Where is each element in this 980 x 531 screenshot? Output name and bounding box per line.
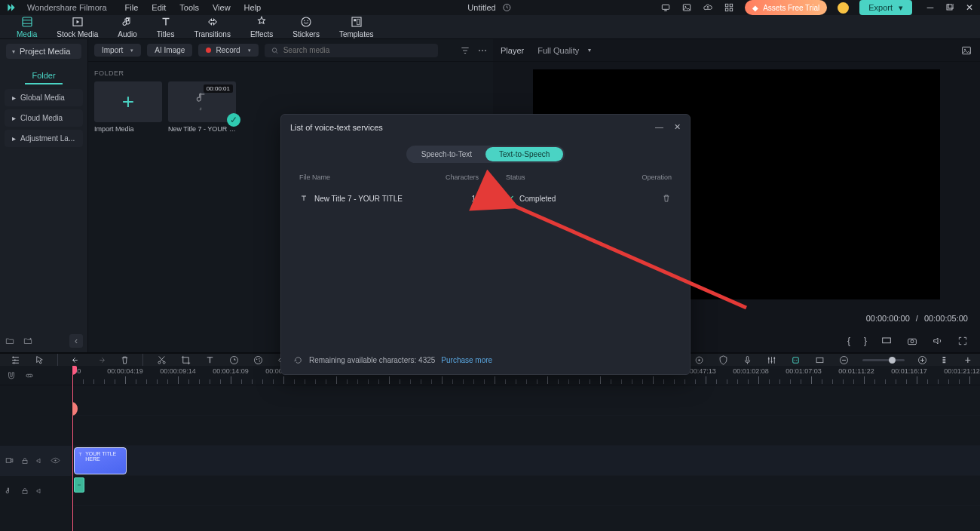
search-media[interactable] xyxy=(265,44,438,57)
zoom-in-icon[interactable] xyxy=(917,354,929,366)
eye-icon[interactable] xyxy=(51,456,60,465)
lock-icon[interactable] xyxy=(20,486,29,496)
zoom-out-icon[interactable] xyxy=(838,354,850,366)
zoom-slider[interactable] xyxy=(862,359,905,361)
magnet-icon[interactable] xyxy=(6,370,17,381)
svg-rect-44 xyxy=(816,358,823,362)
export-button[interactable]: Export ▾ xyxy=(859,0,912,15)
quality-dropdown[interactable]: Full Quality▾ xyxy=(537,46,591,55)
tab-stickers[interactable]: Stickers xyxy=(292,15,320,38)
menu-edit[interactable]: Edit xyxy=(152,3,166,12)
device-icon[interactable] xyxy=(660,2,671,13)
shield-icon[interactable] xyxy=(718,354,730,366)
audio-clip[interactable] xyxy=(74,477,84,493)
window-maximize-icon[interactable] xyxy=(945,3,954,12)
tool-layout-icon[interactable] xyxy=(9,354,21,366)
ai-image-button[interactable]: AI Image xyxy=(147,44,192,57)
mark-in-icon[interactable]: { xyxy=(847,336,850,346)
tab-stock-media[interactable]: Stock Media xyxy=(57,15,98,38)
mic-icon[interactable] xyxy=(742,354,754,366)
window-close-icon[interactable]: ✕ xyxy=(965,3,974,12)
audio-track-head[interactable] xyxy=(0,476,72,506)
search-input[interactable] xyxy=(283,46,432,54)
thumbnail-view-icon[interactable] xyxy=(814,354,826,366)
svg-point-29 xyxy=(254,356,262,364)
ai-tool-icon[interactable] xyxy=(790,354,802,366)
tab-speech-to-text[interactable]: Speech-to-Text xyxy=(408,147,485,161)
mute-icon[interactable] xyxy=(35,486,44,496)
delete-row-button[interactable] xyxy=(661,193,672,204)
svg-point-27 xyxy=(163,361,165,364)
cut-icon[interactable] xyxy=(155,354,167,366)
tab-titles[interactable]: Titles xyxy=(157,15,175,38)
tab-audio[interactable]: Audio xyxy=(118,15,137,38)
tab-effects[interactable]: Effects xyxy=(250,15,273,38)
window-minimize-icon[interactable]: ─ xyxy=(926,3,935,12)
fullscreen-icon[interactable] xyxy=(957,336,968,346)
waveform-icon xyxy=(76,482,82,488)
menu-help[interactable]: Help xyxy=(244,3,262,12)
picture-icon[interactable] xyxy=(681,2,692,13)
undo-icon[interactable] xyxy=(70,354,82,366)
crop-icon[interactable] xyxy=(179,354,191,366)
purchase-link[interactable]: Purchase more xyxy=(441,356,492,364)
tab-transitions[interactable]: Transitions xyxy=(194,15,231,38)
lock-icon[interactable] xyxy=(20,456,29,465)
color-icon[interactable] xyxy=(252,354,264,366)
coin-icon[interactable] xyxy=(838,2,849,14)
audio-mix-icon[interactable] xyxy=(766,354,778,366)
delete-icon[interactable] xyxy=(118,354,130,366)
volume-icon[interactable] xyxy=(932,335,944,347)
import-dropdown[interactable]: Import▾ xyxy=(94,44,141,57)
modal-close-icon[interactable]: ✕ xyxy=(674,122,681,132)
chevron-down-icon: ▾ xyxy=(12,48,15,55)
link-icon[interactable] xyxy=(24,370,35,381)
sidebar-item-cloud-media[interactable]: ▸Cloud Media xyxy=(5,109,83,127)
text-tool-icon[interactable] xyxy=(204,354,216,366)
tab-media[interactable]: Media xyxy=(17,15,37,38)
more-icon[interactable]: ⋯ xyxy=(478,45,487,56)
music-icon xyxy=(194,90,210,114)
menu-view[interactable]: View xyxy=(213,3,231,12)
video-track-1[interactable]: YOUR TITLE HERE xyxy=(72,446,980,476)
video-track-head[interactable] xyxy=(0,446,72,476)
time-current: 00:00:00:00 xyxy=(866,314,910,323)
speed-icon[interactable] xyxy=(228,354,240,366)
folder-tab[interactable]: Folder xyxy=(25,68,63,84)
cloud-upload-icon[interactable] xyxy=(703,2,713,13)
apps-icon[interactable] xyxy=(724,2,734,13)
title-clip[interactable]: YOUR TITLE HERE xyxy=(74,447,127,474)
thumb-import[interactable]: + Import Media xyxy=(94,81,162,133)
snapshot-settings-icon[interactable] xyxy=(960,45,972,57)
sidebar-item-global-media[interactable]: ▸Global Media xyxy=(5,89,83,106)
new-subfolder-icon[interactable] xyxy=(23,336,33,346)
project-media-header[interactable]: ▾Project Media xyxy=(6,44,81,59)
audio-track-1[interactable] xyxy=(72,476,980,506)
mute-icon[interactable] xyxy=(35,456,44,465)
filter-icon[interactable] xyxy=(460,45,470,56)
assets-free-trial-badge[interactable]: ◆ Assets Free Trial xyxy=(745,0,827,15)
camera-icon[interactable] xyxy=(906,335,918,347)
track-options-icon[interactable] xyxy=(941,354,953,366)
tab-templates[interactable]: Templates xyxy=(339,15,374,38)
refresh-icon[interactable] xyxy=(293,355,303,365)
display-icon[interactable] xyxy=(880,335,893,347)
mark-out-icon[interactable]: } xyxy=(864,336,867,346)
auto-reframe-icon[interactable] xyxy=(694,354,706,366)
record-dropdown[interactable]: Record▾ xyxy=(198,44,258,57)
collapse-sidebar-button[interactable]: ‹ xyxy=(69,334,83,348)
sidebar-item-adjustment-layer[interactable]: ▸Adjustment La... xyxy=(5,130,83,147)
playhead[interactable] xyxy=(72,366,73,531)
menu-tools[interactable]: Tools xyxy=(179,3,199,12)
menu-file[interactable]: File xyxy=(125,3,139,12)
new-folder-icon[interactable] xyxy=(5,336,15,346)
redo-icon[interactable] xyxy=(94,354,106,366)
pointer-tool-icon[interactable] xyxy=(33,354,45,366)
tab-text-to-speech[interactable]: Text-to-Speech xyxy=(485,147,563,161)
thumb-title-clip[interactable]: 00:00:01 ✓ New Title 7 - YOUR TI... xyxy=(168,81,236,133)
history-icon[interactable] xyxy=(502,2,513,13)
gem-icon: ◆ xyxy=(752,4,758,12)
track-body[interactable]: 00:00 00:00:04:19 00:00:09:14 00:00:14:0… xyxy=(72,366,980,531)
modal-minimize-icon[interactable]: — xyxy=(655,122,663,132)
add-track-icon[interactable]: + xyxy=(965,354,971,366)
